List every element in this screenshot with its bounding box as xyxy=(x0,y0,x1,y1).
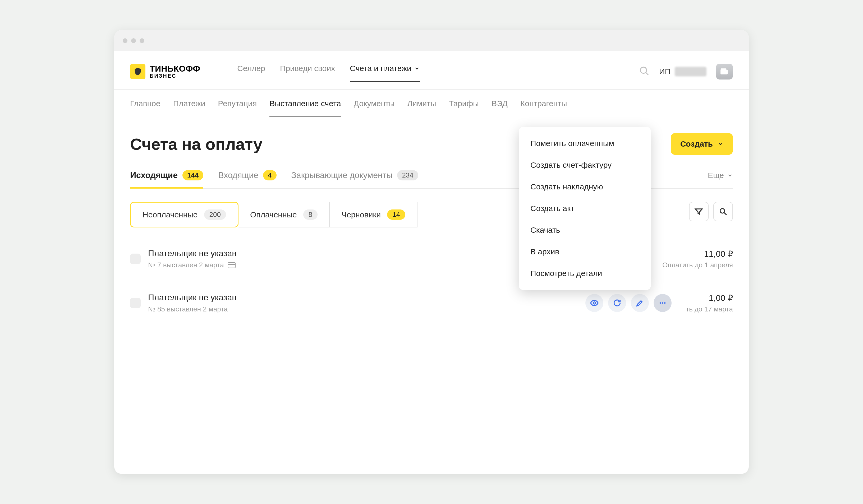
create-button-label: Создать xyxy=(680,140,713,148)
svg-line-1 xyxy=(724,212,727,215)
window-close-dot[interactable] xyxy=(123,38,127,43)
row-subtitle: № 85 выставлен 2 марта xyxy=(148,305,237,313)
filter-button[interactable] xyxy=(689,202,709,221)
header-primary: ТИНЬКОФФ БИЗНЕС Селлер Приведи своих Сче… xyxy=(114,51,749,90)
menu-create-act[interactable]: Создать акт xyxy=(519,197,651,219)
row-due: ть до 17 марта xyxy=(686,305,733,313)
row-text-block: Плательщик не указан № 85 выставлен 2 ма… xyxy=(148,293,237,313)
menu-create-invoice-facture[interactable]: Создать счет-фактуру xyxy=(519,154,651,176)
row-title: Плательщик не указан xyxy=(148,293,237,302)
chevron-down-icon xyxy=(717,141,723,147)
brand-text: ТИНЬКОФФ БИЗНЕС xyxy=(150,64,200,79)
create-button[interactable]: Создать xyxy=(671,133,733,155)
more-horizontal-icon xyxy=(658,298,667,308)
svg-point-4 xyxy=(662,302,663,304)
header-right: ИП xyxy=(639,64,733,79)
tab-count-badge: 234 xyxy=(397,170,418,180)
app-root: ТИНЬКОФФ БИЗНЕС Селлер Приведи своих Сче… xyxy=(114,51,749,474)
row-amount-block: 1,00 ₽ ть до 17 марта xyxy=(686,293,733,313)
refresh-icon xyxy=(613,298,622,308)
chip-label: Оплаченные xyxy=(250,210,297,219)
window-titlebar xyxy=(114,30,749,51)
svg-point-2 xyxy=(593,302,596,304)
menu-mark-paid[interactable]: Пометить оплаченным xyxy=(519,133,651,154)
window-minimize-dot[interactable] xyxy=(131,38,136,43)
tab-closing-docs[interactable]: Закрывающие документы 234 xyxy=(291,170,418,188)
topnav-seller[interactable]: Селлер xyxy=(237,62,265,81)
search-button[interactable] xyxy=(713,202,733,221)
account-prefix: ИП xyxy=(659,67,671,76)
row-edit-button[interactable] xyxy=(631,294,649,312)
brand-logo[interactable]: ТИНЬКОФФ БИЗНЕС xyxy=(130,64,200,79)
tab-more[interactable]: Еще xyxy=(708,171,733,188)
row-amount: 1,00 ₽ xyxy=(686,293,733,303)
subnav-limits[interactable]: Лимиты xyxy=(407,99,436,117)
menu-create-waybill[interactable]: Создать накладную xyxy=(519,176,651,197)
subnav-invoicing[interactable]: Выставление счета xyxy=(270,99,341,117)
subnav-tariffs[interactable]: Тарифы xyxy=(449,99,479,117)
svg-point-0 xyxy=(720,209,725,213)
row-checkbox[interactable] xyxy=(130,254,141,264)
global-search-button[interactable] xyxy=(639,66,650,77)
chip-drafts[interactable]: Черновики 14 xyxy=(330,202,417,228)
chevron-down-icon xyxy=(414,65,420,71)
row-subtitle: № 7 выставлен 2 марта xyxy=(148,261,237,269)
chip-count: 200 xyxy=(204,209,226,220)
browser-window: ТИНЬКОФФ БИЗНЕС Селлер Приведи своих Сче… xyxy=(114,30,749,474)
tab-label: Входящие xyxy=(218,170,258,180)
account-chip[interactable]: ИП xyxy=(659,67,706,76)
row-actions xyxy=(585,294,672,312)
topnav-accounts-payments[interactable]: Счета и платежи xyxy=(350,62,420,81)
context-menu: Пометить оплаченным Создать счет-фактуру… xyxy=(519,127,651,290)
sub-nav: Главное Платежи Репутация Выставление сч… xyxy=(114,90,749,117)
row-amount: 11,00 ₽ xyxy=(662,249,733,259)
tab-more-label: Еще xyxy=(708,171,724,180)
filter-icon xyxy=(694,207,703,216)
card-icon xyxy=(228,262,236,268)
tab-outgoing[interactable]: Исходящие 144 xyxy=(130,170,203,188)
menu-download[interactable]: Скачать xyxy=(519,219,651,241)
page-title: Счета на оплату xyxy=(130,135,262,154)
subnav-main[interactable]: Главное xyxy=(130,99,161,117)
row-due: Оплатить до 1 апреля xyxy=(662,261,733,269)
row-more-button[interactable] xyxy=(654,294,672,312)
tab-count-badge: 4 xyxy=(263,170,276,180)
tab-label: Закрывающие документы xyxy=(291,170,393,180)
subnav-documents[interactable]: Документы xyxy=(354,99,395,117)
row-title: Плательщик не указан xyxy=(148,248,237,258)
pencil-icon xyxy=(635,298,645,308)
window-maximize-dot[interactable] xyxy=(140,38,145,43)
row-amount-block: 11,00 ₽ Оплатить до 1 апреля xyxy=(662,249,733,269)
row-checkbox[interactable] xyxy=(130,298,141,308)
chevron-down-icon xyxy=(727,172,733,178)
subnav-payments[interactable]: Платежи xyxy=(173,99,205,117)
tab-label: Исходящие xyxy=(130,170,178,180)
row-refresh-button[interactable] xyxy=(608,294,626,312)
content-area: Счета на оплату Создать Исходящие 144 Вх… xyxy=(114,117,749,324)
chip-label: Неоплаченные xyxy=(142,210,198,219)
menu-archive[interactable]: В архив xyxy=(519,241,651,262)
search-icon xyxy=(639,66,650,76)
chip-paid[interactable]: Оплаченные 8 xyxy=(238,202,330,228)
topnav-label: Счета и платежи xyxy=(350,64,411,73)
list-tools xyxy=(689,202,733,228)
row-view-button[interactable] xyxy=(585,294,603,312)
wallet-icon[interactable] xyxy=(716,64,733,79)
subnav-reputation[interactable]: Репутация xyxy=(218,99,257,117)
topnav-referral[interactable]: Приведи своих xyxy=(280,62,335,81)
chip-count: 14 xyxy=(387,209,405,220)
chip-label: Черновики xyxy=(341,210,381,219)
subnav-counterparties[interactable]: Контрагенты xyxy=(520,99,567,117)
subnav-ved[interactable]: ВЭД xyxy=(491,99,508,117)
menu-view-details[interactable]: Посмотреть детали xyxy=(519,262,651,284)
eye-icon xyxy=(590,298,599,308)
tab-incoming[interactable]: Входящие 4 xyxy=(218,170,276,188)
search-icon xyxy=(718,207,728,216)
brand-shield-icon xyxy=(130,64,146,79)
account-name-redacted xyxy=(675,67,706,76)
chip-count: 8 xyxy=(303,209,317,220)
chip-unpaid[interactable]: Неоплаченные 200 xyxy=(130,202,238,228)
svg-point-5 xyxy=(664,302,666,304)
row-text-block: Плательщик не указан № 7 выставлен 2 мар… xyxy=(148,248,237,269)
brand-subtitle: БИЗНЕС xyxy=(150,73,200,79)
